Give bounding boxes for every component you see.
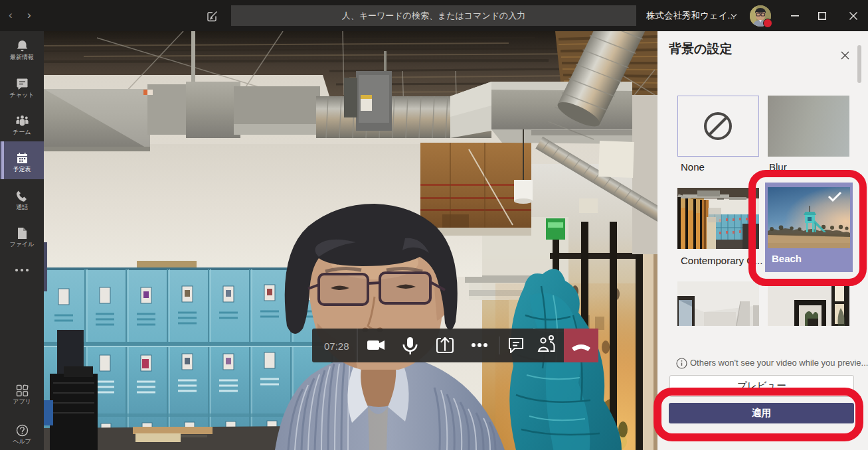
svg-text:07:28: 07:28	[324, 340, 349, 352]
